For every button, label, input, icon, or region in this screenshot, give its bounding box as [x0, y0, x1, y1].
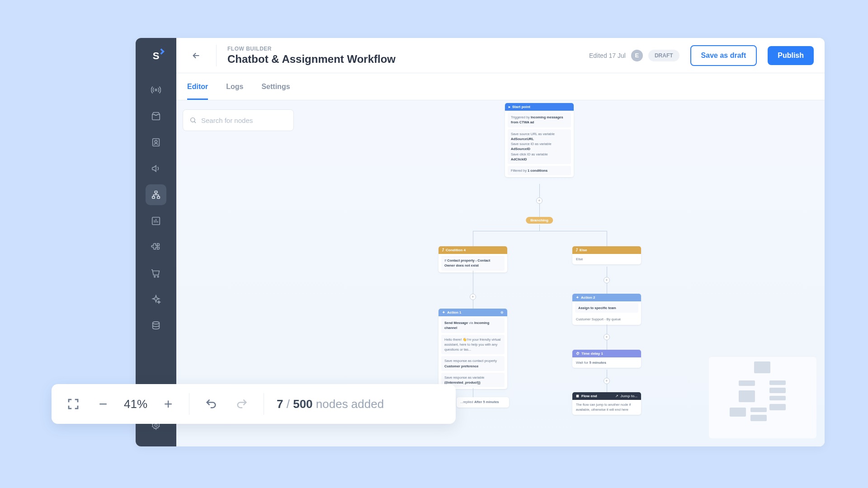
node-action2[interactable]: ✦ Action 2 Assign to specific team Custo… [572, 294, 641, 325]
tab-editor[interactable]: Editor [187, 73, 208, 100]
app-logo: S [149, 49, 163, 63]
inbox-icon[interactable] [146, 106, 166, 127]
sparkle-icon[interactable] [146, 289, 166, 310]
svg-point-11 [155, 424, 157, 427]
branch-label: Branching [526, 217, 553, 224]
node-start[interactable]: ▸ Start point Triggered by Incoming mess… [505, 103, 574, 177]
add-node-icon[interactable]: + [604, 378, 610, 384]
node-header: ✦ Action 2 [572, 294, 641, 301]
status-badge: DRAFT [648, 50, 679, 61]
node-partial[interactable]: ...replied After 5 minutes [457, 397, 509, 408]
svg-point-9 [153, 322, 160, 324]
save-draft-button[interactable]: Save as draft [690, 45, 757, 66]
node-counter: 7 / 500 nodes added [277, 397, 384, 411]
node-body: Customer Support - By queue [572, 314, 641, 325]
node-header: ⏹ Flow end ↗ Jump to... [572, 392, 641, 400]
megaphone-icon[interactable] [146, 158, 166, 179]
divider [264, 393, 264, 415]
search-icon [189, 117, 197, 124]
tabs: Editor Logs Settings [176, 73, 825, 100]
add-node-icon[interactable]: + [536, 197, 542, 204]
svg-point-7 [154, 276, 156, 277]
cart-icon[interactable] [146, 263, 166, 284]
connector [473, 271, 473, 309]
publish-button[interactable]: Publish [768, 46, 814, 65]
svg-rect-1 [153, 139, 160, 146]
analytics-icon[interactable] [146, 211, 166, 231]
node-header: ✦ Action 1 ⊕ [439, 309, 507, 316]
connector [473, 388, 473, 397]
header: FLOW BUILDER Chatbot & Assignment Workfl… [176, 38, 825, 73]
node-timedelay[interactable]: ⏱ Time delay 1 Wait for 5 minutes [572, 350, 641, 368]
node-condition[interactable]: ⤴ Condition 4 If Contact property - Cont… [439, 246, 507, 272]
divider [189, 393, 189, 415]
node-section: Save response as contact property Custom… [441, 356, 505, 371]
svg-point-12 [191, 118, 195, 122]
undo-icon[interactable] [202, 395, 220, 413]
zoom-out-button[interactable]: − [95, 397, 111, 411]
search-input[interactable] [201, 117, 287, 124]
svg-point-0 [155, 89, 157, 91]
page-title: Chatbot & Assignment Workflow [227, 53, 578, 66]
node-section: Triggered by Incoming messages from CTWA… [508, 113, 571, 127]
node-body: ...replied After 5 minutes [457, 397, 509, 408]
node-section: If Contact property - Contact Owner does… [441, 256, 505, 271]
node-action1[interactable]: ✦ Action 1 ⊕ Send Message via Incoming c… [439, 309, 507, 389]
svg-point-8 [157, 276, 159, 277]
node-header: ⤴ Condition 4 [439, 246, 507, 254]
node-section: Filtered by 1 conditions [508, 166, 571, 175]
puzzle-icon[interactable] [146, 237, 166, 258]
node-section: Send Message via Incoming channel [441, 318, 505, 333]
flow-icon[interactable] [146, 184, 166, 205]
node-section: Hello there! 👋I'm your friendly virtual … [441, 335, 505, 355]
node-body: Else [572, 254, 641, 264]
back-button[interactable] [187, 47, 205, 65]
svg-rect-5 [157, 197, 160, 199]
node-section: Assign to specific team [575, 303, 638, 313]
connector [473, 231, 607, 231]
divider [216, 45, 217, 66]
tab-settings[interactable]: Settings [261, 73, 290, 100]
connector [473, 231, 473, 246]
zoom-level: 41% [124, 397, 147, 411]
add-node-icon[interactable]: + [470, 294, 476, 300]
redo-icon[interactable] [233, 395, 251, 413]
node-header: ⏱ Time delay 1 [572, 350, 641, 357]
add-node-icon[interactable]: + [604, 277, 610, 283]
edited-timestamp: Edited 17 Jul [589, 52, 626, 59]
header-meta: Edited 17 Jul E DRAFT [589, 50, 679, 61]
minimap[interactable] [709, 357, 816, 438]
node-header: ▸ Start point [505, 103, 574, 111]
zoom-in-button[interactable]: + [160, 397, 176, 411]
node-section: Save source URL as variableAdSourceURL S… [508, 129, 571, 164]
connector [607, 231, 607, 246]
node-body: The flow can jump to another node if ava… [572, 400, 641, 415]
node-flowend[interactable]: ⏹ Flow end ↗ Jump to... The flow can jum… [572, 392, 641, 415]
avatar[interactable]: E [631, 50, 643, 61]
node-header: ⤴ Else [572, 246, 641, 254]
contact-icon[interactable] [146, 132, 166, 153]
svg-rect-4 [152, 197, 155, 199]
connector [539, 225, 540, 231]
svg-rect-3 [155, 191, 157, 193]
database-icon[interactable] [146, 315, 166, 336]
bottom-toolbar: − 41% + 7 / 500 nodes added [52, 384, 456, 424]
svg-point-2 [155, 140, 157, 143]
add-node-icon[interactable]: + [604, 334, 610, 340]
fullscreen-icon[interactable] [64, 395, 82, 413]
node-body: Wait for 5 minutes [572, 357, 641, 368]
node-else[interactable]: ⤴ Else Else [572, 246, 641, 264]
tab-logs[interactable]: Logs [226, 73, 243, 100]
search-box [183, 109, 294, 131]
broadcast-icon[interactable] [146, 80, 166, 100]
breadcrumb: FLOW BUILDER [227, 46, 578, 52]
header-title-block: FLOW BUILDER Chatbot & Assignment Workfl… [227, 46, 578, 66]
